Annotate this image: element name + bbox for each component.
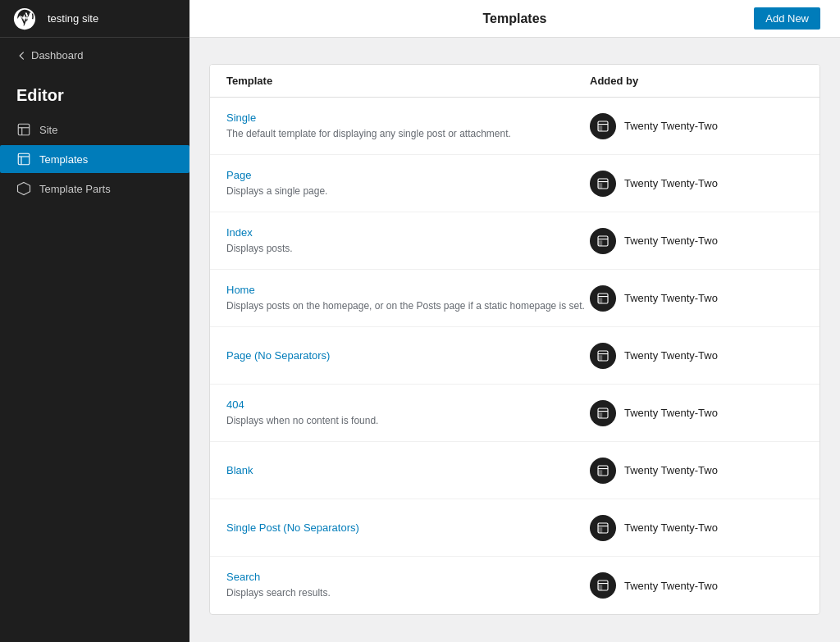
sidebar-item-site[interactable]: Site [0, 116, 189, 143]
author-name-404: Twenty Twenty-Two [624, 407, 718, 419]
svg-rect-10 [598, 239, 608, 239]
author-icon [590, 343, 616, 369]
template-author-blank: Twenty Twenty-Two [590, 458, 803, 484]
template-desc-404: Displays when no content is found. [226, 413, 590, 428]
svg-rect-20 [598, 412, 602, 418]
svg-rect-28 [598, 583, 608, 584]
wordpress-logo [10, 4, 39, 34]
template-info: Single The default template for displayi… [226, 112, 590, 141]
template-name-blank[interactable]: Blank [226, 464, 590, 476]
add-new-button[interactable]: Add New [754, 7, 820, 30]
table-row: Page (No Separators) Twenty Twenty-Two [210, 327, 819, 385]
sidebar-item-template-parts-label: Template Parts [39, 183, 111, 195]
column-template: Template [226, 75, 590, 87]
author-name-home: Twenty Twenty-Two [624, 292, 718, 304]
template-name-page[interactable]: Page [226, 169, 590, 181]
template-desc-single: The default template for displaying any … [226, 126, 590, 141]
template-desc-index: Displays posts. [226, 241, 590, 256]
svg-rect-26 [598, 527, 602, 533]
svg-rect-5 [598, 125, 602, 131]
back-to-dashboard[interactable]: Dashboard [0, 38, 189, 73]
template-author-404: Twenty Twenty-Two [590, 400, 803, 426]
template-desc-page: Displays a single page. [226, 184, 590, 198]
template-author-search: Twenty Twenty-Two [590, 572, 803, 599]
author-icon [590, 572, 616, 599]
template-name-search[interactable]: Search [226, 571, 590, 583]
template-name-index[interactable]: Index [226, 226, 590, 239]
svg-rect-29 [598, 585, 602, 590]
author-name-page: Twenty Twenty-Two [624, 177, 718, 189]
template-author-page-no-sep: Twenty Twenty-Two [590, 343, 803, 369]
template-info: Home Displays posts on the homepage, or … [226, 284, 590, 313]
svg-rect-16 [598, 353, 608, 354]
table-header: Template Added by [210, 65, 819, 98]
svg-marker-2 [18, 183, 30, 195]
svg-rect-23 [598, 470, 602, 476]
page-title: Templates [483, 11, 547, 26]
main-content: Template Added by Single The default tem… [189, 38, 840, 642]
table-row: Search Displays search results. Twenty T… [210, 557, 819, 614]
template-info: 404 Displays when no content is found. [226, 398, 590, 428]
template-name-page-no-sep[interactable]: Page (No Separators) [226, 349, 590, 362]
sidebar-item-templates[interactable]: Templates [0, 145, 189, 173]
editor-section-title: Editor [0, 73, 189, 112]
table-row: Index Displays posts. Twenty Twenty-Two [210, 212, 819, 270]
templates-icon [16, 152, 31, 166]
site-name: testing site [48, 12, 98, 25]
svg-rect-13 [598, 296, 608, 297]
table-row: Blank Twenty Twenty-Two [210, 442, 819, 499]
author-icon [590, 515, 616, 541]
table-row: 404 Displays when no content is found. T… [210, 385, 819, 442]
svg-rect-22 [598, 468, 608, 469]
template-author-page: Twenty Twenty-Two [590, 171, 803, 197]
template-author-index: Twenty Twenty-Two [590, 228, 803, 254]
sidebar-item-template-parts[interactable]: Template Parts [0, 175, 189, 203]
template-author-single: Twenty Twenty-Two [590, 113, 803, 139]
site-icon [16, 122, 31, 137]
svg-rect-19 [598, 411, 608, 412]
template-info: Search Displays search results. [226, 571, 590, 600]
table-row: Page Displays a single page. Twenty Twen… [210, 155, 819, 212]
author-name-single: Twenty Twenty-Two [624, 120, 718, 132]
template-name-home[interactable]: Home [226, 284, 590, 296]
svg-rect-8 [598, 183, 602, 189]
template-info: Blank [226, 464, 590, 476]
template-name-single[interactable]: Single [226, 112, 590, 124]
template-desc-home: Displays posts on the homepage, or on th… [226, 298, 590, 313]
author-icon [590, 228, 616, 254]
author-icon [590, 400, 616, 426]
author-name-index: Twenty Twenty-Two [624, 234, 718, 247]
svg-rect-11 [598, 240, 602, 246]
author-name-blank: Twenty Twenty-Two [624, 464, 718, 476]
template-author-single-post-no-sep: Twenty Twenty-Two [590, 515, 803, 541]
templates-table: Template Added by Single The default tem… [209, 64, 820, 615]
template-name-single-post-no-sep[interactable]: Single Post (No Separators) [226, 521, 590, 534]
author-icon [590, 171, 616, 197]
template-info: Page (No Separators) [226, 349, 590, 362]
table-row: Single Post (No Separators) Twenty Twent… [210, 499, 819, 557]
sidebar: testing site Dashboard Editor Site [0, 0, 189, 642]
template-info: Page Displays a single page. [226, 169, 590, 198]
svg-rect-14 [598, 298, 602, 303]
svg-rect-25 [598, 526, 608, 526]
main-header: Templates Add New [189, 0, 840, 38]
main-area: Templates Add New Template Added by Sing… [189, 0, 840, 642]
svg-rect-4 [598, 124, 608, 125]
sidebar-header: testing site [0, 0, 189, 38]
template-name-404[interactable]: 404 [226, 398, 590, 411]
column-added-by: Added by [590, 75, 803, 87]
author-icon [590, 113, 616, 139]
author-name-search: Twenty Twenty-Two [624, 580, 718, 592]
sidebar-item-site-label: Site [39, 124, 57, 136]
template-info: Single Post (No Separators) [226, 521, 590, 534]
back-label: Dashboard [31, 49, 84, 61]
sidebar-nav: Site Templates Template Parts [0, 115, 189, 203]
template-parts-icon [16, 181, 31, 196]
table-row: Single The default template for displayi… [210, 98, 819, 155]
author-name-single-post-no-sep: Twenty Twenty-Two [624, 521, 718, 534]
author-icon [590, 458, 616, 484]
table-row: Home Displays posts on the homepage, or … [210, 270, 819, 327]
template-author-home: Twenty Twenty-Two [590, 285, 803, 312]
svg-rect-17 [598, 355, 602, 361]
template-info: Index Displays posts. [226, 226, 590, 256]
